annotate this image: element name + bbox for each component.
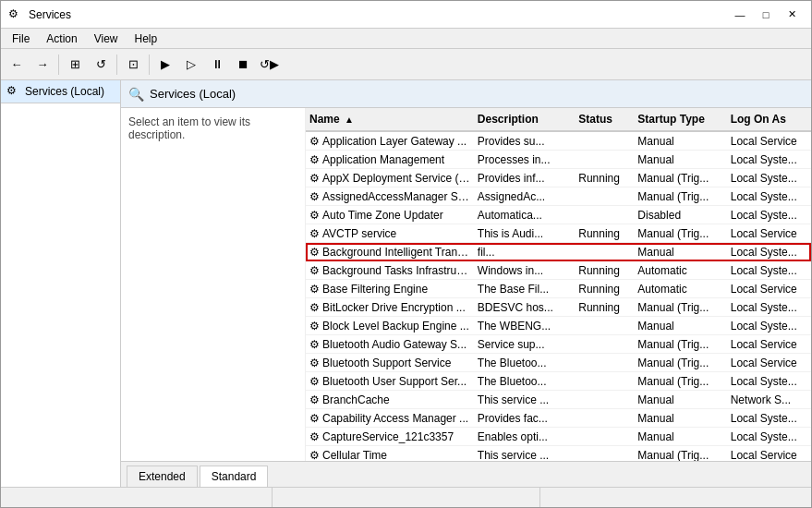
- toolbar-start2[interactable]: ▷: [179, 53, 203, 77]
- service-startup-cell: Manual (Trig...: [634, 225, 726, 242]
- table-row[interactable]: ⚙Capability Access Manager ...Provides f…: [306, 409, 811, 428]
- service-name-cell: ⚙AppX Deployment Service (…: [306, 170, 474, 187]
- service-name-text: Bluetooth User Support Ser...: [322, 375, 467, 388]
- service-startup-cell: Disabled: [634, 207, 726, 224]
- toolbar-sep-3: [149, 54, 150, 75]
- service-name-text: AppX Deployment Service (…: [322, 172, 469, 185]
- service-status-cell: [575, 139, 634, 143]
- table-row[interactable]: ⚙AVCTP serviceThis is Audi...RunningManu…: [306, 224, 811, 243]
- toolbar-export[interactable]: ⊡: [121, 53, 145, 77]
- service-status-cell: [575, 250, 634, 254]
- service-icon: ⚙: [309, 246, 320, 259]
- table-scroll[interactable]: ⚙Application Layer Gateway ...Provides s…: [306, 132, 811, 461]
- service-desc-cell: Processes in...: [474, 151, 575, 168]
- service-logon-cell: Local Syste...: [727, 170, 811, 187]
- sort-arrow: ▲: [345, 115, 354, 125]
- service-status-cell: [575, 158, 634, 162]
- tab-standard[interactable]: Standard: [200, 466, 269, 487]
- col-header-name[interactable]: Name ▲: [306, 111, 474, 127]
- toolbar-up[interactable]: ⊞: [63, 53, 87, 77]
- table-row[interactable]: ⚙Background Intelligent Transfer Service…: [306, 243, 811, 261]
- service-logon-cell: Local Syste...: [727, 244, 811, 260]
- maximize-button[interactable]: □: [754, 6, 778, 24]
- col-header-description[interactable]: Description: [474, 111, 575, 127]
- service-name-cell: ⚙Background Tasks Infrastruc...: [306, 262, 474, 279]
- table-row[interactable]: ⚙Cellular TimeThis service ...Manual (Tr…: [306, 446, 811, 461]
- service-name-cell: ⚙Background Intelligent Transfer Service: [306, 244, 474, 260]
- table-row[interactable]: ⚙Application ManagementProcesses in...Ma…: [306, 151, 811, 169]
- service-status-cell: [575, 435, 634, 439]
- table-row[interactable]: ⚙Bluetooth Audio Gateway S...Service sup…: [306, 335, 811, 354]
- table-row[interactable]: ⚙Bluetooth User Support Ser...The Blueto…: [306, 372, 811, 391]
- panel-body: Select an item to view its description. …: [121, 108, 811, 461]
- table-row[interactable]: ⚙Bluetooth Support ServiceThe Bluetoo...…: [306, 354, 811, 372]
- tab-extended[interactable]: Extended: [127, 466, 198, 487]
- panel-header: 🔍 Services (Local): [121, 80, 811, 108]
- service-logon-cell: Local Syste...: [727, 207, 811, 224]
- service-logon-cell: Local Service: [727, 355, 811, 371]
- col-header-logon[interactable]: Log On As: [727, 111, 811, 127]
- table-row[interactable]: ⚙BranchCacheThis service ...ManualNetwor…: [306, 391, 811, 409]
- minimize-button[interactable]: —: [728, 6, 752, 24]
- table-row[interactable]: ⚙Block Level Backup Engine ...The WBENG.…: [306, 317, 811, 335]
- service-logon-cell: Local Syste...: [727, 410, 811, 427]
- toolbar-forward[interactable]: →: [30, 53, 55, 77]
- service-desc-cell: Windows in...: [474, 262, 575, 279]
- service-logon-cell: Local Syste...: [727, 318, 811, 334]
- toolbar-stop[interactable]: ⏹: [231, 53, 255, 77]
- menu-file[interactable]: File: [5, 30, 37, 47]
- service-desc-cell: This service ...: [474, 392, 575, 408]
- toolbar-start[interactable]: ▶: [153, 53, 177, 77]
- service-name-text: Bluetooth Audio Gateway S...: [322, 338, 467, 351]
- service-name-cell: ⚙CaptureService_121c3357: [306, 429, 474, 445]
- table-row[interactable]: ⚙Background Tasks Infrastruc...Windows i…: [306, 261, 811, 280]
- col-header-status[interactable]: Status: [575, 111, 634, 127]
- table-row[interactable]: ⚙BitLocker Drive Encryption ...BDESVC ho…: [306, 298, 811, 317]
- service-desc-cell: The Base Fil...: [474, 281, 575, 297]
- window-title: Services: [29, 8, 71, 21]
- service-desc-cell: Service sup...: [474, 336, 575, 353]
- service-name-text: Background Tasks Infrastruc...: [322, 264, 470, 277]
- table-row[interactable]: ⚙AssignedAccessManager Se...AssignedAc..…: [306, 187, 811, 206]
- service-desc-cell: BDESVC hos...: [474, 299, 575, 316]
- service-startup-cell: Manual (Trig...: [634, 373, 726, 390]
- table-row[interactable]: ⚙Application Layer Gateway ...Provides s…: [306, 132, 811, 151]
- service-startup-cell: Manual (Trig...: [634, 170, 726, 187]
- service-name-cell: ⚙Base Filtering Engine: [306, 281, 474, 297]
- toolbar-pause[interactable]: ⏸: [205, 53, 229, 77]
- toolbar-back[interactable]: ←: [5, 53, 29, 77]
- sidebar-item-services-local[interactable]: ⚙ Services (Local): [1, 80, 120, 103]
- service-startup-cell: Manual (Trig...: [634, 188, 726, 205]
- service-desc-cell: AssignedAc...: [474, 188, 575, 205]
- service-desc-cell: Provides fac...: [474, 410, 575, 427]
- menu-help[interactable]: Help: [127, 30, 165, 47]
- service-desc-cell: Automatica...: [474, 207, 575, 224]
- table-row[interactable]: ⚙AppX Deployment Service (…Provides inf.…: [306, 169, 811, 187]
- service-name-text: Block Level Backup Engine ...: [322, 320, 469, 333]
- menu-action[interactable]: Action: [39, 30, 84, 47]
- menu-view[interactable]: View: [87, 30, 126, 47]
- close-button[interactable]: ✕: [780, 6, 804, 24]
- sidebar-icon: ⚙: [6, 84, 21, 99]
- service-desc-cell: The WBENG...: [474, 318, 575, 334]
- title-bar-left: ⚙ Services: [8, 7, 71, 22]
- bottom-tabs: Extended Standard: [121, 461, 811, 487]
- toolbar-restart[interactable]: ↺▶: [257, 53, 281, 77]
- table-row[interactable]: ⚙Base Filtering EngineThe Base Fil...Run…: [306, 280, 811, 298]
- service-name-cell: ⚙Application Layer Gateway ...: [306, 133, 474, 150]
- service-icon: ⚙: [309, 357, 320, 369]
- service-logon-cell: Local Service: [727, 336, 811, 353]
- table-row[interactable]: ⚙Auto Time Zone UpdaterAutomatica...Disa…: [306, 206, 811, 224]
- service-name-cell: ⚙Auto Time Zone Updater: [306, 207, 474, 224]
- service-logon-cell: Local Syste...: [727, 188, 811, 205]
- service-desc-cell: The Bluetoo...: [474, 373, 575, 390]
- service-logon-cell: Network S...: [727, 392, 811, 408]
- services-table-wrapper: Name ▲ Description Status Startup Type L…: [306, 108, 811, 461]
- col-header-startup[interactable]: Startup Type: [634, 111, 726, 127]
- service-name-text: BranchCache: [322, 393, 390, 406]
- panel-header-icon: 🔍: [128, 87, 144, 102]
- toolbar-refresh[interactable]: ↺: [89, 53, 113, 77]
- service-name-cell: ⚙Bluetooth Audio Gateway S...: [306, 336, 474, 353]
- service-status-cell: [575, 417, 634, 420]
- table-row[interactable]: ⚙CaptureService_121c3357Enables opti...M…: [306, 428, 811, 446]
